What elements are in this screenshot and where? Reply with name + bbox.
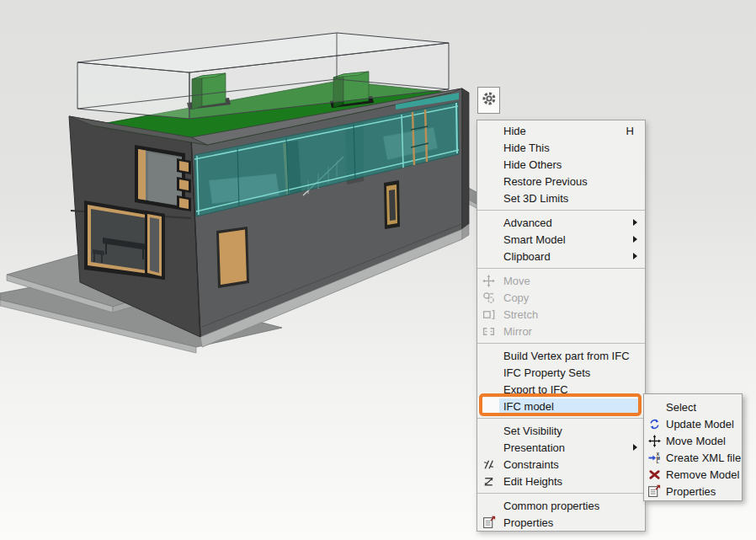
submenu-item-select[interactable]: Select (644, 398, 742, 415)
menu-item-build-vertex-part-from-ifc[interactable]: Build Vertex part from IFC (477, 347, 645, 364)
menu-item-move: Move (477, 272, 645, 289)
properties-icon (477, 516, 500, 529)
menu-separator (477, 489, 645, 497)
menu-item-export-to-ifc[interactable]: Export to IFC (477, 381, 645, 398)
svg-text:L: L (656, 460, 658, 464)
menu-item-set-3d-limits[interactable]: Set 3D Limits (477, 190, 645, 206)
edit-heights-icon (477, 475, 500, 488)
menu-item-properties[interactable]: Properties (477, 514, 645, 531)
submenu-arrow-icon (633, 444, 637, 451)
ifc-model-submenu: Select Update Model Move Model (643, 393, 743, 501)
menu-item-common-properties[interactable]: Common properties (477, 497, 645, 514)
menu-item-hide-others[interactable]: Hide Others (477, 156, 645, 173)
menu-separator (477, 265, 645, 272)
app-canvas: { "toolbar": { "gear_button": { "icon": … (0, 0, 756, 540)
remove-model-icon (644, 468, 664, 481)
menu-separator (477, 206, 645, 214)
move-model-icon (644, 435, 664, 447)
menu-item-stretch: Stretch (477, 306, 645, 323)
create-xml-icon: X M L (644, 452, 664, 464)
menu-item-label: Hide (503, 125, 526, 137)
menu-item-mirror: Mirror (477, 323, 645, 340)
menu-item-presentation[interactable]: Presentation (477, 439, 645, 456)
submenu-arrow-icon (633, 253, 637, 259)
view-options-gear-button[interactable] (477, 87, 500, 114)
stretch-icon (477, 308, 500, 321)
constraints-icon (477, 458, 500, 471)
mirror-icon (477, 325, 500, 338)
menu-item-advanced[interactable]: Advanced (477, 214, 645, 231)
menu-item-hide-this[interactable]: Hide This (477, 139, 645, 156)
submenu-item-create-xml-file[interactable]: X M L Create XML file (644, 449, 742, 466)
shortcut-key: H (626, 125, 634, 137)
move-icon (477, 275, 500, 287)
update-model-icon (644, 418, 664, 430)
menu-item-ifc-model[interactable]: IFC model (477, 398, 645, 414)
menu-item-copy: Copy (477, 289, 645, 306)
menu-item-constraints[interactable]: Constraints (477, 456, 645, 473)
menu-item-hide[interactable]: Hide H (477, 122, 645, 139)
submenu-arrow-icon (633, 236, 637, 243)
submenu-item-update-model[interactable]: Update Model (644, 415, 742, 432)
menu-separator (477, 414, 645, 422)
menu-item-clipboard[interactable]: Clipboard (477, 248, 645, 265)
menu-item-edit-heights[interactable]: Edit Heights (477, 473, 645, 489)
gear-icon (482, 91, 497, 110)
submenu-arrow-icon (633, 219, 637, 226)
submenu-item-properties[interactable]: Properties (644, 483, 742, 500)
properties-icon (644, 484, 664, 498)
menu-item-set-visibility[interactable]: Set Visibility (477, 422, 645, 439)
context-menu: Hide H Hide This Hide Others Restore Pre… (476, 120, 646, 532)
menu-separator (477, 340, 645, 347)
menu-item-ifc-property-sets[interactable]: IFC Property Sets (477, 364, 645, 381)
submenu-item-move-model[interactable]: Move Model (644, 432, 742, 449)
menu-item-restore-previous[interactable]: Restore Previous (477, 173, 645, 190)
menu-item-smart-model[interactable]: Smart Model (477, 231, 645, 248)
copy-icon (477, 291, 500, 304)
submenu-item-remove-model[interactable]: Remove Model (644, 466, 742, 483)
